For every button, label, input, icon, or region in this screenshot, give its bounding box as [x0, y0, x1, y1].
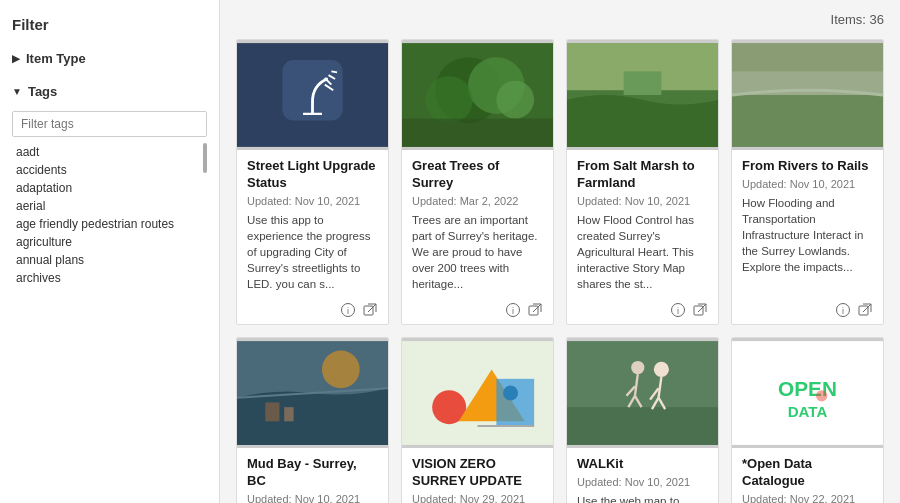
- info-icon[interactable]: i: [340, 302, 356, 318]
- card-updated: Updated: Nov 10, 2021: [577, 195, 708, 207]
- svg-text:i: i: [677, 306, 679, 316]
- filter-tags-input[interactable]: [12, 111, 207, 137]
- link-icon[interactable]: [692, 302, 708, 318]
- card-description: How Flood Control has created Surrey's A…: [577, 212, 708, 292]
- card-description: Use the web map to explore pedestrian ro…: [577, 493, 708, 503]
- card-title: *Open Data Catalogue: [742, 456, 873, 490]
- card-updated: Updated: Nov 10, 2021: [742, 178, 873, 190]
- svg-line-11: [368, 304, 376, 312]
- card-thumbnail: [402, 40, 553, 150]
- item-type-arrow: ▶: [12, 53, 20, 64]
- info-icon[interactable]: i: [670, 302, 686, 318]
- card-title: Great Trees of Surrey: [412, 158, 543, 192]
- svg-text:OPEN: OPEN: [778, 377, 837, 400]
- svg-rect-41: [265, 403, 279, 422]
- svg-rect-42: [284, 407, 293, 421]
- svg-point-15: [426, 76, 473, 123]
- svg-rect-58: [567, 407, 718, 445]
- tags-section: ▼ Tags aadtaccidentsadaptationaerialage …: [12, 80, 207, 287]
- tags-header[interactable]: ▼ Tags: [12, 80, 207, 103]
- main-content: Items: 36 Street Light Upgrade StatusUpd…: [220, 0, 900, 503]
- card[interactable]: Mud Bay - Surrey, BCUpdated: Nov 10, 202…: [236, 337, 389, 503]
- item-type-label: Item Type: [26, 51, 86, 66]
- link-icon[interactable]: [362, 302, 378, 318]
- svg-rect-10: [364, 306, 373, 315]
- link-icon[interactable]: [527, 302, 543, 318]
- tag-item[interactable]: aadt: [12, 143, 207, 161]
- card-description: How Flooding and Transportation Infrastr…: [742, 195, 873, 292]
- svg-rect-20: [529, 306, 538, 315]
- card-thumbnail: [567, 338, 718, 448]
- svg-text:i: i: [347, 306, 349, 316]
- svg-rect-25: [624, 71, 662, 95]
- svg-rect-33: [732, 43, 883, 71]
- card-updated: Updated: Nov 22, 2021: [742, 493, 873, 503]
- svg-line-21: [533, 304, 541, 312]
- svg-line-29: [698, 304, 706, 312]
- card-thumbnail: [402, 338, 553, 448]
- card-title: From Rivers to Rails: [742, 158, 873, 175]
- tag-item[interactable]: archives: [12, 269, 207, 287]
- card-title: VISION ZERO SURREY UPDATE: [412, 456, 543, 490]
- items-count: Items: 36: [831, 12, 884, 27]
- card[interactable]: Great Trees of SurreyUpdated: Mar 2, 202…: [401, 39, 554, 325]
- sidebar: Filter ▶ Item Type ▼ Tags aadtaccidentsa…: [0, 0, 220, 503]
- svg-point-59: [654, 362, 669, 377]
- card[interactable]: Street Light Upgrade StatusUpdated: Nov …: [236, 39, 389, 325]
- svg-point-40: [322, 351, 360, 389]
- main-header: Items: 36: [236, 12, 884, 27]
- card-thumbnail: [567, 40, 718, 150]
- tag-item[interactable]: adaptation: [12, 179, 207, 197]
- tag-item[interactable]: aerial: [12, 197, 207, 215]
- link-icon[interactable]: [857, 302, 873, 318]
- svg-rect-17: [402, 119, 553, 147]
- tag-item[interactable]: agriculture: [12, 233, 207, 251]
- svg-rect-28: [694, 306, 703, 315]
- tag-item[interactable]: accidents: [12, 161, 207, 179]
- item-type-header[interactable]: ▶ Item Type: [12, 47, 207, 70]
- svg-line-6: [331, 71, 337, 72]
- card-updated: Updated: Nov 10, 2021: [577, 476, 708, 488]
- card-thumbnail: [237, 338, 388, 448]
- card-updated: Updated: Nov 29, 2021: [412, 493, 543, 503]
- card-thumbnail: [237, 40, 388, 150]
- card-updated: Updated: Nov 10, 2021: [247, 195, 378, 207]
- card-description: Trees are an important part of Surrey's …: [412, 212, 543, 292]
- card[interactable]: From Rivers to RailsUpdated: Nov 10, 202…: [731, 39, 884, 325]
- svg-text:i: i: [842, 306, 844, 316]
- card[interactable]: From Salt Marsh to FarmlandUpdated: Nov …: [566, 39, 719, 325]
- card-title: WALKit: [577, 456, 708, 473]
- svg-rect-50: [496, 379, 534, 426]
- card-title: Mud Bay - Surrey, BC: [247, 456, 378, 490]
- card[interactable]: VISION ZERO SURREY UPDATEUpdated: Nov 29…: [401, 337, 554, 503]
- tag-item[interactable]: annual plans: [12, 251, 207, 269]
- card-title: From Salt Marsh to Farmland: [577, 158, 708, 192]
- info-icon[interactable]: i: [505, 302, 521, 318]
- tag-list: aadtaccidentsadaptationaerialage friendl…: [12, 143, 207, 287]
- svg-rect-36: [859, 306, 868, 315]
- item-type-section: ▶ Item Type: [12, 47, 207, 70]
- tags-arrow: ▼: [12, 86, 22, 97]
- svg-text:i: i: [512, 306, 514, 316]
- svg-point-16: [496, 81, 534, 119]
- card-description: Use this app to experience the progress …: [247, 212, 378, 292]
- card-updated: Updated: Nov 10, 2021: [247, 493, 378, 503]
- svg-line-37: [863, 304, 871, 312]
- card-thumbnail: OPEN DATA: [732, 338, 883, 448]
- svg-point-51: [503, 386, 518, 401]
- tag-item[interactable]: age friendly pedestrian routes: [12, 215, 207, 233]
- card-grid: Street Light Upgrade StatusUpdated: Nov …: [236, 39, 884, 503]
- card-updated: Updated: Mar 2, 2022: [412, 195, 543, 207]
- sidebar-title: Filter: [12, 16, 207, 33]
- card[interactable]: WALKitUpdated: Nov 10, 2021Use the web m…: [566, 337, 719, 503]
- info-icon[interactable]: i: [835, 302, 851, 318]
- svg-point-64: [631, 361, 644, 374]
- svg-rect-32: [732, 95, 883, 147]
- tags-label: Tags: [28, 84, 57, 99]
- card[interactable]: OPEN DATA *Open Data CatalogueUpdated: N…: [731, 337, 884, 503]
- card-thumbnail: [732, 40, 883, 150]
- svg-point-76: [816, 390, 827, 401]
- card-title: Street Light Upgrade Status: [247, 158, 378, 192]
- svg-text:DATA: DATA: [788, 403, 828, 420]
